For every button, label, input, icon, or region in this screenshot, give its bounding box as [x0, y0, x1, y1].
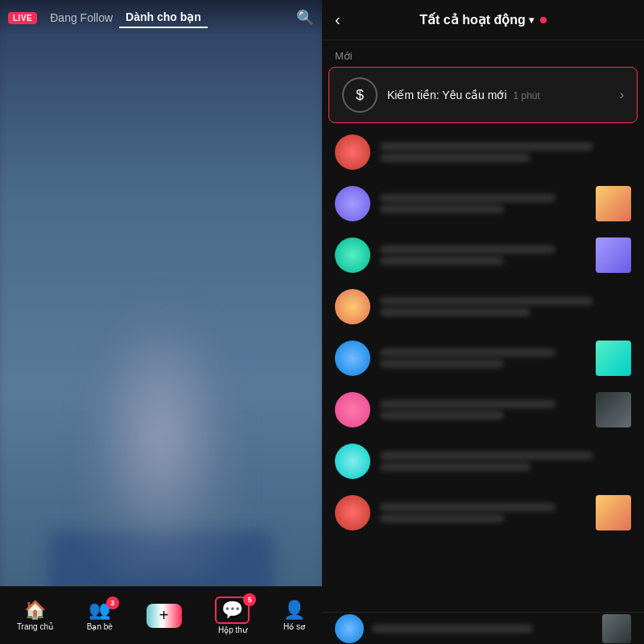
blur-line — [380, 349, 555, 357]
notif-content-1 — [380, 142, 631, 162]
bottom-text-blur — [372, 625, 533, 633]
blur-line — [380, 411, 504, 419]
person-shape — [80, 298, 242, 580]
chevron-down-icon[interactable]: ▾ — [529, 14, 534, 26]
section-new-label: Mới — [322, 40, 644, 67]
thumbnail-2 — [596, 237, 631, 273]
tab-danh-cho-ban[interactable]: Dành cho bạn — [119, 7, 208, 28]
avatar-1 — [335, 134, 370, 170]
blur-line — [380, 400, 555, 408]
notif-content-8 — [380, 503, 586, 522]
home-label: Trang chủ — [17, 622, 53, 631]
avatar-2 — [335, 186, 370, 221]
notif-row-5[interactable] — [322, 332, 644, 384]
thumbnail-3 — [596, 341, 631, 376]
chevron-right-icon: › — [620, 88, 624, 102]
blur-line — [380, 297, 593, 305]
inbox-border: 💬 5 — [215, 597, 250, 624]
blur-line — [380, 503, 555, 511]
notif-content-3 — [380, 246, 586, 265]
notif-row-3[interactable] — [322, 229, 644, 281]
blur-line — [380, 257, 504, 265]
inbox-badge: 5 — [243, 593, 256, 606]
bottom-notification-bar[interactable] — [322, 612, 644, 644]
tab-dang-follow[interactable]: Đang Follow — [43, 8, 119, 27]
header-title-text: Tất cả hoạt động — [419, 12, 526, 27]
nav-inbox[interactable]: 💬 5 Hộp thư — [215, 597, 250, 634]
avatar-8 — [335, 495, 370, 530]
plus-icon: + — [159, 606, 169, 625]
nav-friends[interactable]: 👥 3 Bạn bè — [87, 600, 113, 631]
right-header: ‹ Tất cả hoạt động ▾ — [322, 0, 644, 40]
notifications-list: Mới $ Kiếm tiền: Yêu cầu mới 1 phút › — [322, 40, 644, 612]
notif-content-5 — [380, 349, 586, 368]
person-overlay — [0, 0, 322, 644]
thumbnail-5 — [596, 495, 631, 530]
blur-line — [380, 308, 530, 316]
inbox-icon: 💬 — [221, 600, 243, 620]
notif-time: 1 phút — [513, 90, 539, 101]
thumbnail-1 — [596, 186, 631, 221]
live-badge: LIVE — [8, 12, 37, 24]
thumbnail-4 — [596, 392, 631, 427]
notif-row-4[interactable] — [322, 281, 644, 332]
notif-row-7[interactable] — [322, 436, 644, 487]
avatar-7 — [335, 444, 370, 479]
bottom-thumbnail — [602, 614, 631, 643]
profile-label: Hồ sơ — [283, 622, 305, 631]
dollar-icon: $ — [356, 87, 364, 104]
bottom-avatar — [335, 614, 364, 643]
top-nav: LIVE Đang Follow Dành cho bạn 🔍 — [0, 0, 322, 35]
profile-icon: 👤 — [283, 600, 305, 621]
highlight-notification[interactable]: $ Kiếm tiền: Yêu cầu mới 1 phút › — [328, 67, 638, 123]
inbox-label: Hộp thư — [218, 625, 247, 634]
avatar-5 — [335, 341, 370, 376]
right-panel: ‹ Tất cả hoạt động ▾ Mới $ Kiếm tiền: Yê… — [322, 0, 644, 644]
notif-row-6[interactable] — [322, 384, 644, 436]
avatar-6 — [335, 392, 370, 427]
nav-profile[interactable]: 👤 Hồ sơ — [283, 600, 305, 631]
notif-content-7 — [380, 452, 631, 471]
search-icon[interactable]: 🔍 — [296, 9, 314, 27]
nav-home[interactable]: 🏠 Trang chủ — [17, 600, 53, 631]
money-icon-circle: $ — [342, 77, 378, 113]
bottom-user-notif — [335, 614, 602, 643]
header-title-group: Tất cả hoạt động ▾ — [419, 12, 547, 27]
blur-line — [380, 514, 504, 522]
blur-line — [380, 154, 530, 162]
notif-row-1[interactable] — [322, 126, 644, 178]
blur-line — [380, 246, 555, 254]
avatar-4 — [335, 289, 370, 324]
bottom-navigation: 🏠 Trang chủ 👥 3 Bạn bè + 💬 5 Hộp thư 👤 H… — [0, 586, 322, 644]
blur-line — [380, 463, 530, 471]
blur-line — [380, 360, 504, 368]
blur-line — [380, 205, 504, 213]
notif-main-text: Kiếm tiền: Yêu cầu mới — [387, 89, 507, 101]
notif-row-8[interactable] — [322, 487, 644, 539]
notif-content-2 — [380, 194, 586, 213]
create-button[interactable]: + — [147, 604, 182, 628]
notif-content-4 — [380, 297, 631, 316]
nav-create[interactable]: + — [147, 604, 182, 628]
notif-content-6 — [380, 400, 586, 419]
friends-badge: 3 — [106, 597, 119, 609]
blur-line — [380, 452, 593, 460]
highlight-notif-text: Kiếm tiền: Yêu cầu mới 1 phút — [387, 89, 613, 101]
blur-line — [380, 142, 593, 151]
back-button[interactable]: ‹ — [335, 10, 341, 29]
notif-row-2[interactable] — [322, 178, 644, 229]
blur-line — [380, 194, 555, 202]
notification-dot — [540, 17, 547, 23]
home-icon: 🏠 — [24, 600, 46, 621]
friends-label: Bạn bè — [87, 622, 113, 631]
left-panel: LIVE Đang Follow Dành cho bạn 🔍 🏠 Trang … — [0, 0, 322, 644]
avatar-3 — [335, 237, 370, 273]
